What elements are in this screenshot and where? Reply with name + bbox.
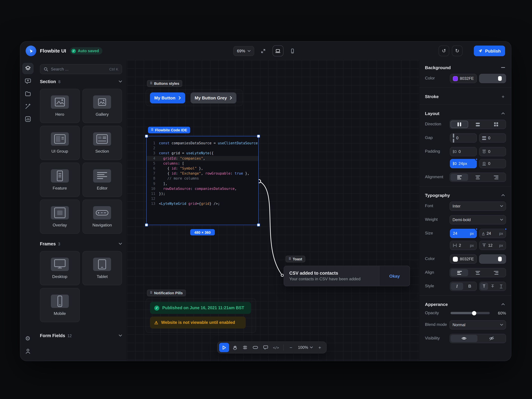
search-input[interactable]: Search ... Ctrl K — [40, 64, 122, 74]
opacity-slider[interactable] — [450, 312, 490, 314]
resize-handle-top-left[interactable] — [145, 135, 148, 138]
publish-button[interactable]: Publish — [474, 45, 505, 56]
component-card-navigation[interactable]: Navigation — [82, 200, 122, 234]
code-ide-frame[interactable]: 1const companiesDataSource = useClientDa… — [146, 136, 259, 225]
font-weight-select[interactable]: Demi-bold — [450, 215, 506, 224]
underline-button[interactable]: T — [497, 283, 505, 290]
component-card-hero[interactable]: Hero — [40, 89, 80, 123]
rail-settings-button[interactable]: ⚙ — [22, 333, 33, 344]
zoom-in-button[interactable]: + — [315, 343, 324, 352]
section-header-frames[interactable]: Frames 3 — [40, 236, 122, 251]
direction-columns-button[interactable] — [450, 121, 468, 128]
text-align-right-button[interactable] — [487, 269, 505, 276]
section-header-form-fields[interactable]: Form Fields 12 — [40, 328, 122, 343]
my-button-grey[interactable]: My Button Grey — [190, 92, 237, 103]
align-right-button[interactable] — [487, 174, 505, 181]
buttons-styles-chip[interactable]: ⠿ Buttons styles — [147, 80, 182, 87]
font-size-input[interactable]: 24 px — [450, 229, 477, 238]
align-center-button[interactable] — [469, 174, 487, 181]
comment-tool-button[interactable] — [261, 343, 270, 352]
notification-pills-chip[interactable]: ⠿ Notification Pills — [147, 290, 186, 296]
rail-add-comment-button[interactable] — [22, 76, 33, 87]
background-color-input[interactable]: 8032FE — [450, 74, 477, 83]
toast-card[interactable]: CSV added to contacts Your contacts in C… — [284, 266, 410, 286]
component-card-ui-group[interactable]: UI Group — [40, 126, 80, 160]
undo-button[interactable]: ↺ — [439, 45, 449, 56]
stroke-section-header[interactable]: Stroke + — [425, 90, 506, 103]
padding-input-3[interactable]: 24px — [450, 159, 477, 168]
component-card-overlay[interactable]: Overlay — [40, 200, 80, 234]
column-gap-input[interactable]: 0 — [450, 133, 477, 143]
direction-grid-button[interactable] — [487, 121, 505, 128]
italic-button[interactable]: I — [451, 283, 463, 290]
component-card-feature[interactable]: Feature — [40, 163, 80, 197]
strikethrough-button[interactable]: T — [489, 283, 496, 290]
design-canvas[interactable]: ⠿ Buttons styles My Button My Button Gre… — [127, 60, 419, 361]
text-opacity-slider[interactable] — [479, 254, 506, 264]
warning-pill[interactable]: ⚠ Website is not viewable until enabled — [150, 317, 246, 329]
text-align-center-button[interactable] — [469, 269, 487, 276]
text-align-left-button[interactable] — [450, 269, 468, 276]
letter-spacing-input[interactable]: 2 px — [450, 241, 477, 250]
slider-knob[interactable] — [498, 257, 502, 261]
line-size-input[interactable]: A 24 px — [479, 229, 506, 238]
section-header-section[interactable]: Section 8 — [40, 74, 122, 89]
line-height-input[interactable]: 12 px — [479, 241, 506, 250]
my-button-primary[interactable]: My Button — [150, 92, 185, 103]
toast-okay-button[interactable]: Okay — [379, 266, 410, 286]
collapse-button[interactable] — [500, 64, 506, 70]
rail-analytics-button[interactable] — [22, 113, 33, 125]
collapse-button[interactable] — [500, 192, 506, 198]
component-card-gallery[interactable]: Gallery — [82, 89, 122, 123]
resize-preview-button[interactable] — [258, 45, 269, 56]
row-gap-input[interactable]: 0 — [479, 133, 506, 143]
rail-magic-button[interactable] — [22, 101, 33, 112]
code-ide-chip[interactable]: ⠿ Flowbite Code IDE — [148, 127, 190, 133]
text-color-input[interactable]: 8032FE — [450, 254, 477, 264]
mobile-preview-button[interactable] — [287, 45, 298, 56]
layout-section-header[interactable]: Layout — [425, 107, 506, 120]
rail-layers-button[interactable] — [22, 63, 33, 74]
appearance-section-header[interactable]: Apperance — [425, 298, 506, 310]
hand-tool-button[interactable] — [230, 343, 239, 352]
select-tool-button[interactable] — [219, 343, 229, 352]
toolbar-zoom-dropdown[interactable]: 100% — [297, 345, 314, 350]
collapse-button[interactable] — [500, 110, 506, 116]
button-tool-button[interactable] — [251, 343, 260, 352]
hidden-button[interactable] — [478, 335, 505, 342]
resize-handle-bottom-right[interactable] — [257, 223, 260, 226]
font-family-select[interactable]: Inter — [450, 202, 506, 211]
background-opacity-slider[interactable] — [479, 74, 506, 83]
resize-handle-bottom-left[interactable] — [145, 223, 148, 226]
align-left-button[interactable] — [450, 174, 468, 181]
zoom-out-button[interactable]: − — [286, 343, 296, 352]
opacity-knob[interactable] — [472, 311, 476, 315]
rail-account-button[interactable] — [22, 345, 33, 357]
toast-chip[interactable]: ⠿ Toast — [286, 256, 305, 262]
canvas-zoom-dropdown[interactable]: 69% — [233, 46, 254, 56]
collapse-button[interactable] — [500, 301, 506, 307]
padding-input-4[interactable]: 0 — [479, 159, 506, 168]
desktop-preview-button[interactable] — [272, 45, 284, 56]
frame-card-desktop[interactable]: Desktop — [40, 251, 80, 285]
redo-button[interactable]: ↻ — [452, 45, 462, 56]
frame-card-mobile[interactable]: Mobile — [40, 288, 80, 322]
bold-button[interactable]: B — [464, 283, 476, 290]
frame-tool-button[interactable] — [241, 343, 250, 352]
typography-section-header[interactable]: Typography — [425, 189, 506, 202]
rail-files-button[interactable] — [22, 88, 33, 99]
slider-knob[interactable] — [498, 76, 502, 81]
padding-input-2[interactable]: 0 — [479, 147, 506, 156]
resize-handle-top-right[interactable] — [257, 135, 260, 138]
blend-mode-select[interactable]: Normal — [450, 320, 506, 329]
component-card-editor[interactable]: Editor — [82, 163, 122, 197]
background-section-header[interactable]: Background — [425, 61, 506, 74]
success-pill[interactable]: ✓ Published on June 16, 2021 11:21am BST — [150, 302, 251, 314]
code-tool-button[interactable]: </> — [271, 343, 281, 352]
add-stroke-button[interactable]: + — [500, 93, 506, 99]
direction-rows-button[interactable] — [469, 121, 487, 128]
padding-input-1[interactable]: 0 — [450, 147, 477, 156]
visible-button[interactable] — [450, 335, 477, 342]
component-card-section[interactable]: Section — [82, 126, 122, 160]
frame-card-tablet[interactable]: Tablet — [82, 251, 122, 285]
